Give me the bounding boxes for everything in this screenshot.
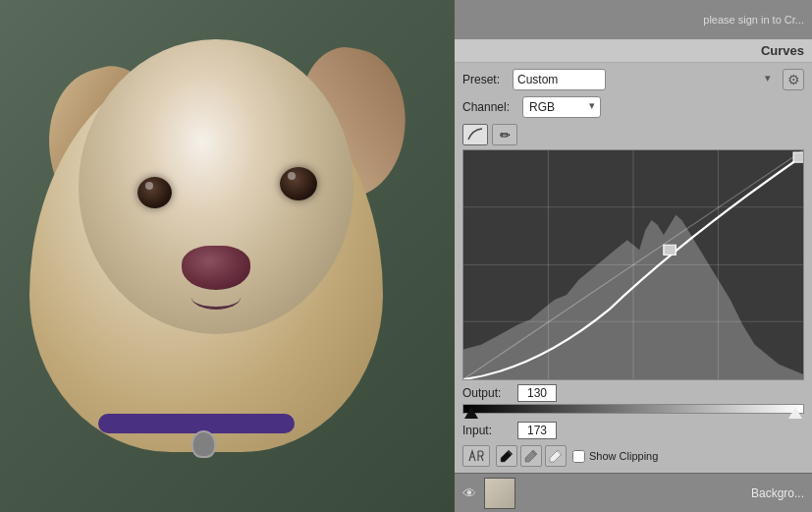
black-eyedropper-button[interactable] [496,445,517,467]
channel-select[interactable]: RGB Red Green Blue [522,96,601,118]
svg-rect-8 [664,245,676,255]
dog-collar [98,414,295,433]
curve-tool-button[interactable] [462,124,488,145]
white-point-slider[interactable] [788,407,802,419]
dog-image [0,0,455,512]
black-point-slider[interactable] [464,407,478,419]
layer-thumbnail [484,478,515,509]
gradient-bar-container [462,404,804,418]
dog-mouth [191,285,241,310]
channel-select-wrapper: RGB Red Green Blue [522,96,601,118]
eyedropper-group [496,445,567,467]
input-row: Input: [462,422,804,439]
right-panel: please sign in to Cr... Curves Preset: C… [455,0,812,512]
show-clipping-checkbox[interactable] [572,450,585,463]
black-eyedropper-icon [499,448,514,464]
curves-panel: Curves Preset: Custom Default Strong Con… [455,39,812,473]
curve-graph [462,149,804,380]
top-bar-text: please sign in to Cr... [703,14,804,26]
output-value-input[interactable] [517,384,557,402]
channel-label: Channel: [462,100,516,114]
output-row: Output: [462,384,804,402]
dog-eye-right [280,167,317,200]
input-value-input[interactable] [517,422,557,439]
dog-nose [182,246,250,290]
channel-row: Channel: RGB Red Green Blue [462,96,804,118]
white-eyedropper-button[interactable] [545,445,567,467]
preset-select-wrapper: Custom Default Strong Contrast Linear Ne… [513,69,777,90]
white-eyedropper-icon [548,448,564,464]
gray-eyedropper-icon [523,448,539,464]
dog-eye-left [137,177,172,208]
curve-svg [463,150,803,379]
curve-tool-icon [467,128,483,142]
photo-area [0,0,455,512]
curve-graph-container [462,149,804,380]
gray-eyedropper-button[interactable] [520,445,542,467]
curve-tools: ✏ [462,124,804,145]
auto-icon [466,447,486,465]
preset-row: Preset: Custom Default Strong Contrast L… [462,69,804,90]
settings-button[interactable]: ⚙ [783,69,804,90]
layers-panel: 👁 Backgro... [455,473,812,512]
bottom-tools: Show Clipping [462,445,804,467]
panel-title: Curves [455,39,812,63]
top-bar: please sign in to Cr... [455,0,812,39]
auto-button[interactable] [462,445,490,467]
layer-visibility-icon[interactable]: 👁 [462,485,476,501]
svg-rect-9 [793,152,803,162]
pencil-tool-button[interactable]: ✏ [492,124,517,145]
layer-name: Backgro... [523,486,804,500]
preset-label: Preset: [462,73,507,86]
show-clipping-group: Show Clipping [572,450,658,463]
gradient-bar [462,404,804,414]
dog-tag [191,430,216,458]
pencil-icon: ✏ [500,128,511,142]
output-label: Output: [462,386,512,400]
show-clipping-label: Show Clipping [589,450,658,462]
preset-select[interactable]: Custom Default Strong Contrast Linear Ne… [513,69,606,90]
input-label: Input: [462,424,512,437]
